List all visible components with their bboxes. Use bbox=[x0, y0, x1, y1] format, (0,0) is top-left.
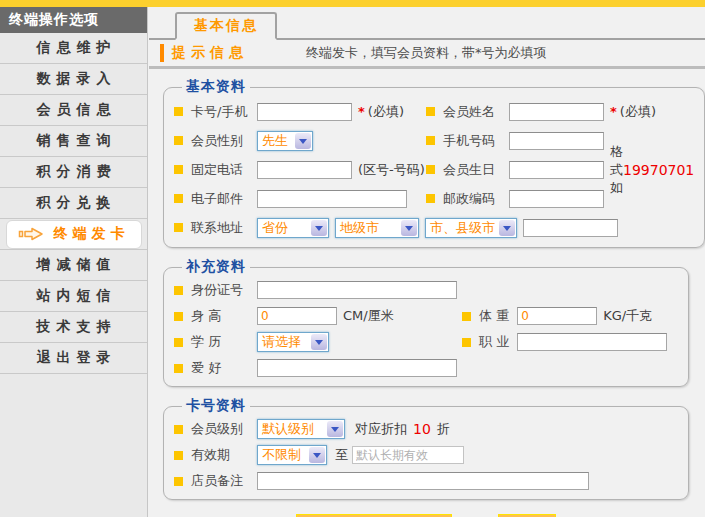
tab-bar: 基本信息 bbox=[149, 7, 705, 40]
field-bullet-icon bbox=[174, 451, 183, 460]
field-bullet-icon bbox=[174, 136, 183, 145]
form-row: 会员级别 默认级别 对应折扣 10 折 bbox=[174, 416, 678, 442]
field-bullet-icon bbox=[462, 338, 471, 347]
hobby-input[interactable] bbox=[257, 359, 457, 377]
sidebar-item-stored-value[interactable]: 增减储值 bbox=[0, 250, 147, 281]
field-bullet-icon bbox=[174, 364, 183, 373]
validity-end-input[interactable] bbox=[352, 446, 464, 464]
sidebar-item-label: 终端发卡 bbox=[54, 225, 130, 243]
form-row: 爱 好 bbox=[174, 355, 678, 381]
field-bullet-icon bbox=[426, 165, 435, 174]
field-bullet-icon bbox=[426, 194, 435, 203]
form-row: 身份证号 bbox=[174, 277, 678, 303]
field-bullet-icon bbox=[174, 338, 183, 347]
card-no-input[interactable] bbox=[257, 103, 352, 121]
validity-label: 有效期 bbox=[191, 446, 257, 464]
section-basic-legend: 基本资料 bbox=[182, 78, 250, 96]
tab-basic-info[interactable]: 基本信息 bbox=[175, 12, 277, 40]
field-bullet-icon bbox=[426, 107, 435, 116]
weight-label: 体 重 bbox=[479, 307, 509, 325]
sidebar-item-terminal-card-issue[interactable]: 终端发卡 bbox=[0, 219, 147, 250]
sidebar-item-site-message[interactable]: 站内短信 bbox=[0, 281, 147, 312]
birthday-label: 会员生日 bbox=[443, 161, 509, 179]
tip-bar-icon bbox=[160, 44, 164, 62]
section-supplement-legend: 补充资料 bbox=[182, 258, 250, 276]
sidebar-item-info-maintenance[interactable]: 信息维护 bbox=[0, 33, 147, 64]
sidebar-title: 终端操作选项 bbox=[0, 7, 147, 33]
validity-to-label: 至 bbox=[335, 446, 348, 464]
required-mark: * bbox=[610, 104, 617, 119]
field-bullet-icon bbox=[174, 312, 183, 321]
field-bullet-icon bbox=[462, 312, 471, 321]
birthday-input[interactable] bbox=[509, 161, 604, 179]
field-bullet-icon bbox=[174, 194, 183, 203]
field-bullet-icon bbox=[174, 425, 183, 434]
chevron-down-icon bbox=[499, 220, 515, 236]
gender-label: 会员性别 bbox=[191, 132, 257, 150]
section-card-legend: 卡号资料 bbox=[182, 397, 250, 415]
province-select[interactable]: 省份 bbox=[257, 218, 329, 238]
sidebar-item-points-consume[interactable]: 积分消费 bbox=[0, 157, 147, 188]
remark-input[interactable] bbox=[257, 472, 589, 490]
postcode-input[interactable] bbox=[509, 190, 604, 208]
birthday-example: 19970701 bbox=[623, 162, 694, 178]
section-basic-data: 基本资料 卡号/手机 * (必填) 会员姓名 * (必填) bbox=[163, 78, 705, 248]
form-row: 身 高 CM/厘米 体 重 KG/千克 bbox=[174, 303, 678, 329]
chevron-down-icon bbox=[309, 447, 325, 463]
field-bullet-icon bbox=[174, 477, 183, 486]
height-unit: CM/厘米 bbox=[343, 307, 394, 325]
tip-row: 提示信息 终端发卡，填写会员资料，带*号为必填项 bbox=[149, 40, 705, 69]
gender-select[interactable]: 先生 bbox=[257, 131, 313, 151]
form-row: 有效期 不限制 至 bbox=[174, 442, 678, 468]
required-mark: * bbox=[358, 104, 365, 119]
top-accent-bar bbox=[0, 0, 705, 7]
height-label: 身 高 bbox=[191, 307, 257, 325]
form-row: 学 历 请选择 职 业 bbox=[174, 329, 678, 355]
hobby-label: 爱 好 bbox=[191, 359, 257, 377]
member-name-label: 会员姓名 bbox=[443, 103, 509, 121]
level-select[interactable]: 默认级别 bbox=[257, 419, 345, 439]
sidebar-item-sales-query[interactable]: 销售查询 bbox=[0, 126, 147, 157]
sidebar: 终端操作选项 信息维护 数据录入 会员信息 销售查询 积分消费 积分兑换 终端发… bbox=[0, 7, 148, 517]
email-label: 电子邮件 bbox=[191, 190, 257, 208]
sidebar-item-data-entry[interactable]: 数据录入 bbox=[0, 64, 147, 95]
tip-text: 终端发卡，填写会员资料，带*号为必填项 bbox=[306, 44, 547, 62]
email-input[interactable] bbox=[257, 190, 407, 208]
tip-title: 提示信息 bbox=[172, 44, 248, 62]
id-number-input[interactable] bbox=[257, 281, 457, 299]
field-bullet-icon bbox=[174, 286, 183, 295]
chevron-down-icon bbox=[401, 220, 417, 236]
member-form: 基本资料 卡号/手机 * (必填) 会员姓名 * (必填) bbox=[149, 69, 705, 517]
sidebar-item-logout[interactable]: 退出登录 bbox=[0, 343, 147, 374]
occupation-label: 职 业 bbox=[479, 333, 509, 351]
field-bullet-icon bbox=[174, 107, 183, 116]
landline-input[interactable] bbox=[257, 161, 352, 179]
height-input[interactable] bbox=[257, 307, 337, 325]
form-row: 联系地址 省份 地级市 市、县级市 bbox=[174, 213, 694, 242]
arrow-right-icon bbox=[18, 227, 44, 241]
form-row: 卡号/手机 * (必填) 会员姓名 * (必填) bbox=[174, 97, 694, 126]
level-label: 会员级别 bbox=[191, 420, 257, 438]
postcode-label: 邮政编码 bbox=[443, 190, 509, 208]
sidebar-item-tech-support[interactable]: 技术支持 bbox=[0, 312, 147, 343]
weight-input[interactable] bbox=[517, 307, 597, 325]
validity-select[interactable]: 不限制 bbox=[257, 445, 327, 465]
city-select[interactable]: 地级市 bbox=[335, 218, 419, 238]
member-name-input[interactable] bbox=[509, 103, 604, 121]
occupation-input[interactable] bbox=[517, 333, 667, 351]
sidebar-item-member-info[interactable]: 会员信息 bbox=[0, 95, 147, 126]
address-label: 联系地址 bbox=[191, 219, 257, 237]
landline-hint: (区号-号码) bbox=[358, 161, 425, 179]
main-content: 基本信息 提示信息 终端发卡，填写会员资料，带*号为必填项 基本资料 卡号/手机… bbox=[149, 7, 705, 517]
chevron-down-icon bbox=[311, 220, 327, 236]
section-card-data: 卡号资料 会员级别 默认级别 对应折扣 10 折 bbox=[163, 397, 689, 500]
form-row: 固定电话 (区号-号码) 会员生日 格式如 19970701 bbox=[174, 155, 694, 184]
education-select[interactable]: 请选择 bbox=[257, 332, 329, 352]
address-detail-input[interactable] bbox=[523, 219, 618, 237]
form-row: 店员备注 bbox=[174, 468, 678, 494]
sidebar-item-points-exchange[interactable]: 积分兑换 bbox=[0, 188, 147, 219]
birthday-hint: 格式如 bbox=[610, 143, 623, 197]
field-bullet-icon bbox=[174, 223, 183, 232]
county-select[interactable]: 市、县级市 bbox=[425, 218, 517, 238]
weight-unit: KG/千克 bbox=[603, 307, 652, 325]
